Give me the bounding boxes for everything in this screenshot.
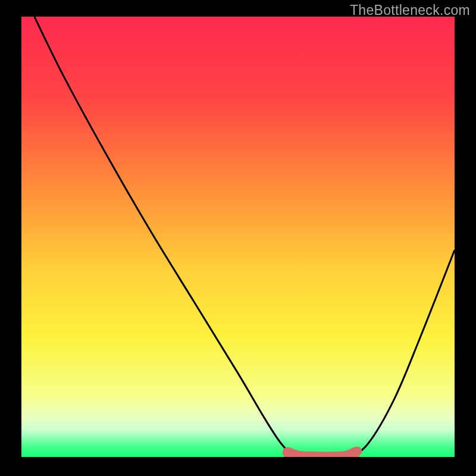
highlight-end-dot (352, 446, 362, 456)
bottleneck-chart (21, 17, 455, 457)
watermark-text: TheBottleneck.com (350, 2, 470, 18)
optimal-range-highlight (288, 453, 355, 457)
chart-container: TheBottleneck.com (0, 0, 476, 476)
plot-area (21, 17, 455, 457)
gradient-background (21, 17, 455, 457)
